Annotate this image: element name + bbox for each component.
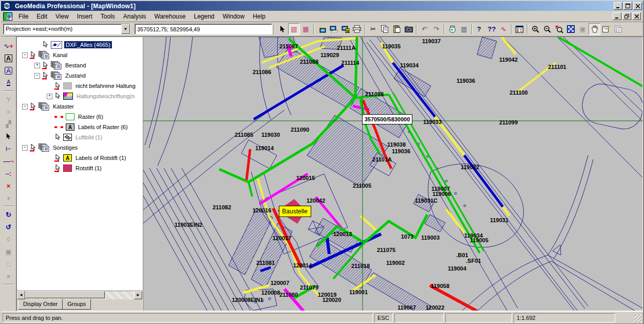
legend-item-kataster[interactable]: −Kataster <box>17 101 142 112</box>
legend-item-nicht-befahrene-haltung[interactable]: nicht befahrene Haltung <box>17 81 142 91</box>
rotate-button[interactable]: ↻ <box>2 208 15 221</box>
edit-query-button[interactable]: ?? <box>486 23 498 35</box>
select-properties-button[interactable]: ▧ <box>288 23 300 35</box>
legend-item-label: Sonstiges <box>51 144 79 151</box>
mdi-close-button[interactable] <box>632 12 641 20</box>
snapshot-button[interactable] <box>403 23 414 35</box>
projection-value: Projection +east;+north(m) <box>4 24 121 34</box>
mdi-minimize-button[interactable] <box>613 12 621 20</box>
fit-selected-button[interactable]: ▣ <box>577 23 589 35</box>
scroll-thumb[interactable] <box>25 291 105 298</box>
projection-combobox[interactable]: Projection +east;+north(m) ▼ <box>3 24 130 34</box>
fit-all-button[interactable] <box>565 23 577 35</box>
select-arrow-button[interactable] <box>276 23 288 35</box>
menu-edit[interactable]: Edit <box>32 11 51 22</box>
select-set-button[interactable]: ▦ <box>300 23 312 35</box>
menu-legend[interactable]: Legend <box>190 11 218 22</box>
split-line-button[interactable]: –: <box>2 167 15 179</box>
select-handle-button[interactable] <box>2 130 15 142</box>
tab-display-order[interactable]: Display Order <box>18 299 63 310</box>
expand-icon[interactable]: + <box>47 94 52 99</box>
legend-item-zustand[interactable]: −Zustand <box>17 70 142 81</box>
combo-dropdown-icon[interactable]: ▼ <box>121 24 130 34</box>
zoom-out-button[interactable] <box>541 23 553 35</box>
legend-item-bestand[interactable]: +Bestand <box>17 60 142 70</box>
legend-item-haltungsbeschriftung-n[interactable]: +Haltungsbeschriftung(n <box>17 91 142 101</box>
collapse-icon[interactable]: − <box>22 52 28 58</box>
save-connection-button[interactable]: H <box>339 23 351 35</box>
insert-redline-button[interactable] <box>600 23 612 35</box>
insert-text-button[interactable]: A <box>2 52 15 64</box>
coordinate-input[interactable] <box>135 24 272 34</box>
title-bar[interactable]: GeoMedia Professional - [MapWindow1] <box>1 1 643 11</box>
legend-item-luftbild-1[interactable]: Luftbild (1) <box>17 132 142 142</box>
legend-item-kanal[interactable]: −Kanal <box>17 50 142 60</box>
legend-item-label: Raster (6) <box>77 113 105 120</box>
menu-analysis[interactable]: Analysis <box>119 11 150 22</box>
show-legend-button[interactable] <box>514 23 525 35</box>
minimize-button[interactable] <box>614 2 622 10</box>
resize-grip[interactable] <box>634 315 641 322</box>
menu-insert[interactable]: Insert <box>73 11 97 22</box>
insert-leader-button[interactable]: A <box>2 77 15 89</box>
zoom-in-button[interactable] <box>529 23 541 35</box>
menu-file[interactable]: File <box>14 11 32 22</box>
undo-button[interactable]: ↶ <box>419 23 430 35</box>
open-connection-button[interactable] <box>328 23 339 35</box>
new-query-button[interactable]: ?* <box>474 23 486 35</box>
collapse-icon[interactable]: − <box>34 73 40 79</box>
scroll-right-icon[interactable]: ► <box>134 291 142 299</box>
toolbar-separator <box>3 206 14 207</box>
cut-button[interactable]: ✂ <box>367 23 379 35</box>
trim-line-button[interactable]: ⊢ <box>2 142 15 155</box>
map-label: 211018 <box>351 263 370 269</box>
cursor-red-icon <box>42 72 49 80</box>
legend-item-sonstiges[interactable]: −Sonstiges <box>17 142 142 153</box>
properties-button[interactable] <box>612 23 624 35</box>
legend-item-rotstift-1[interactable]: Rotstift (1) <box>17 163 142 173</box>
scroll-track[interactable] <box>25 291 134 299</box>
menu-tools[interactable]: Tools <box>97 11 119 22</box>
dxf-icon <box>51 41 62 49</box>
insert-label-button[interactable]: A <box>2 64 15 77</box>
print-button[interactable] <box>351 23 363 35</box>
legend-item-labels-of-raster-6[interactable]: ALabels of Raster (6) <box>17 122 142 132</box>
expand-icon[interactable]: + <box>34 63 40 68</box>
menu-view[interactable]: View <box>51 11 73 22</box>
copy-button[interactable] <box>379 23 391 35</box>
close-button[interactable] <box>633 2 642 10</box>
map-label: 119036 <box>457 78 475 84</box>
menu-warehouse[interactable]: Warehouse <box>150 11 190 22</box>
legend-item-raster-6[interactable]: Raster (6) <box>17 112 142 122</box>
collapse-icon[interactable]: − <box>22 104 28 110</box>
redo-button[interactable]: ↷ <box>430 23 442 35</box>
legend-item-dxf-alles-4665[interactable]: DXF_Alles (4665) <box>17 40 142 50</box>
paste-button[interactable] <box>391 23 403 35</box>
query-attribute-button[interactable] <box>446 23 458 35</box>
map-label: 119014 <box>255 145 274 151</box>
legend-item-labels-of-rotstift-1[interactable]: ALabels of Rotstift (1) <box>17 153 142 163</box>
scroll-left-icon[interactable]: ◄ <box>17 291 25 299</box>
document-icon <box>3 12 12 21</box>
map-canvas[interactable]: 3570500/5830000 Baustelle 21108721108821… <box>143 37 643 311</box>
collapse-icon[interactable]: − <box>22 145 28 151</box>
new-connection-button[interactable] <box>316 23 328 35</box>
status-bar: Press and drag to pan. ESC 1:1.692 <box>1 311 643 323</box>
pan-button[interactable] <box>589 23 600 35</box>
zoom-extent-button[interactable] <box>553 23 565 35</box>
mdi-restore-button[interactable] <box>622 12 631 20</box>
rotate-copy-button[interactable]: ↺ <box>2 221 15 233</box>
join-query-button[interactable]: ∿ <box>498 23 509 35</box>
query-spatial-button[interactable]: ▥ <box>458 23 470 35</box>
maximize-button[interactable] <box>623 2 632 10</box>
svg-text:H: H <box>346 29 349 32</box>
menu-window[interactable]: Window <box>219 11 249 22</box>
insert-feature-button[interactable]: ∿+ <box>2 40 15 52</box>
tab-groups[interactable]: Groups <box>62 299 91 310</box>
legend-hscrollbar[interactable]: ◄ ► <box>17 291 142 299</box>
map-label: .SF01 <box>466 258 481 264</box>
delete-point-button[interactable]: × <box>2 179 15 192</box>
map-label: 211082 <box>213 204 231 210</box>
menu-help[interactable]: Help <box>249 11 270 22</box>
extend-line-button[interactable]: —¬ <box>2 155 15 167</box>
